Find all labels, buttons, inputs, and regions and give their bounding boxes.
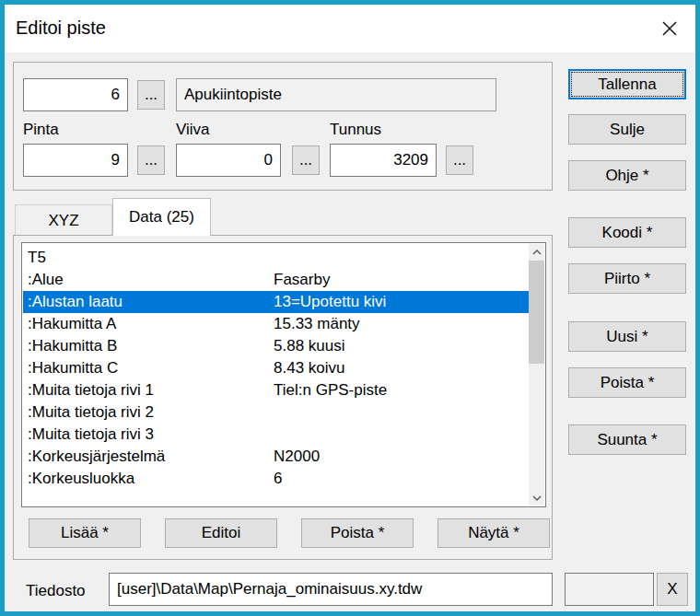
- list-item-selected[interactable]: :Alustan laatu 13=Upotettu kivi: [23, 291, 529, 313]
- attribute-name: :Hakumitta C: [28, 359, 118, 377]
- chevron-down-icon: [532, 495, 542, 501]
- list-scrollbar[interactable]: [529, 244, 544, 506]
- attribute-value: 8.43 koivu: [274, 357, 345, 379]
- file-path-field[interactable]: [109, 573, 553, 606]
- chevron-up-icon: [532, 250, 542, 255]
- direction-button[interactable]: Suunta *: [568, 424, 686, 455]
- close-dialog-button[interactable]: Sulje: [568, 114, 686, 145]
- viiva-label: Viiva: [176, 121, 210, 139]
- list-item[interactable]: :Korkeusluokka 6: [23, 468, 529, 490]
- pinta-label: Pinta: [23, 121, 59, 139]
- list-item[interactable]: :Muita tietoja rivi 1 Tiel:n GPS-piste: [23, 379, 529, 401]
- draw-button[interactable]: Piirto *: [568, 263, 686, 294]
- attribute-name: :Korkeusjärjestelmä: [28, 447, 165, 465]
- list-item[interactable]: :Alue Fasarby: [23, 269, 529, 291]
- attribute-name: :Hakumitta B: [28, 337, 117, 354]
- point-header-group: ... Pinta Viiva Tunnus ... ... ...: [13, 62, 553, 191]
- attribute-name: T5: [28, 249, 46, 266]
- attribute-name: :Alustan laatu: [28, 293, 122, 310]
- scroll-up-button[interactable]: [529, 244, 544, 260]
- point-number-input[interactable]: [23, 78, 128, 111]
- viiva-browse-button[interactable]: ...: [292, 145, 320, 175]
- attribute-value: 6: [274, 468, 282, 490]
- pinta-browse-button[interactable]: ...: [137, 145, 165, 175]
- attribute-value: 15.33 mänty: [274, 313, 360, 335]
- attribute-value: 5.88 kuusi: [274, 335, 345, 357]
- save-button[interactable]: Tallenna: [568, 69, 686, 99]
- dialog-title: Editoi piste: [16, 17, 106, 39]
- attribute-list[interactable]: T5 :Alue Fasarby :Alustan laatu 13=Upote…: [21, 242, 546, 507]
- file-label: Tiedosto: [26, 582, 86, 600]
- attribute-value: N2000: [274, 446, 320, 468]
- list-item[interactable]: :Hakumitta C 8.43 koivu: [23, 357, 529, 379]
- attribute-value: Tiel:n GPS-piste: [274, 379, 387, 401]
- edit-attribute-button[interactable]: Editoi: [165, 518, 277, 548]
- clear-file-button[interactable]: X: [657, 573, 688, 606]
- attribute-value: Fasarby: [274, 269, 330, 291]
- point-number-browse-button[interactable]: ...: [137, 80, 165, 110]
- list-item[interactable]: :Muita tietoja rivi 3: [23, 424, 529, 446]
- point-class-name-field: [176, 78, 496, 111]
- attribute-rows: T5 :Alue Fasarby :Alustan laatu 13=Upote…: [23, 244, 529, 506]
- show-attribute-button[interactable]: Näytä *: [438, 518, 550, 548]
- pinta-input[interactable]: [23, 144, 128, 177]
- list-item[interactable]: :Korkeusjärjestelmä N2000: [23, 446, 529, 468]
- list-item[interactable]: :Hakumitta A 15.33 mänty: [23, 313, 529, 335]
- tunnus-browse-button[interactable]: ...: [446, 145, 473, 175]
- tab-data[interactable]: Data (25): [112, 198, 211, 236]
- attribute-name: :Alue: [28, 271, 64, 288]
- attribute-name: :Korkeusluokka: [28, 470, 134, 487]
- attribute-name: :Hakumitta A: [28, 315, 116, 332]
- add-attribute-button[interactable]: Lisää *: [29, 518, 141, 548]
- scrollbar-thumb[interactable]: [529, 261, 544, 364]
- tunnus-label: Tunnus: [330, 121, 381, 139]
- attribute-name: :Muita tietoja rivi 1: [28, 381, 154, 399]
- tab-xyz[interactable]: XYZ: [15, 204, 112, 236]
- close-icon: [661, 20, 678, 37]
- file-extra-field[interactable]: [565, 573, 654, 606]
- viiva-input[interactable]: [176, 144, 281, 177]
- delete-point-button[interactable]: Poista *: [568, 367, 686, 398]
- edit-point-dialog: Editoi piste ... Pinta Viiva Tunnus ...: [0, 0, 700, 616]
- attribute-name: :Muita tietoja rivi 3: [28, 425, 154, 443]
- close-button[interactable]: [649, 8, 690, 49]
- data-tab-page: T5 :Alue Fasarby :Alustan laatu 13=Upote…: [13, 235, 553, 560]
- delete-attribute-button[interactable]: Poista *: [301, 518, 414, 548]
- attribute-name: :Muita tietoja rivi 2: [28, 403, 154, 421]
- attribute-value: 13=Upotettu kivi: [274, 291, 386, 313]
- list-item[interactable]: :Hakumitta B 5.88 kuusi: [23, 335, 529, 357]
- dialog-surface: Editoi piste ... Pinta Viiva Tunnus ...: [5, 5, 695, 611]
- tunnus-input[interactable]: [330, 144, 437, 177]
- scroll-down-button[interactable]: [529, 490, 544, 506]
- code-button[interactable]: Koodi *: [568, 217, 686, 248]
- list-item[interactable]: T5: [23, 247, 529, 269]
- list-item[interactable]: :Muita tietoja rivi 2: [23, 401, 529, 424]
- title-bar: Editoi piste: [5, 5, 695, 52]
- help-button[interactable]: Ohje *: [568, 160, 686, 191]
- new-button[interactable]: Uusi *: [568, 321, 686, 352]
